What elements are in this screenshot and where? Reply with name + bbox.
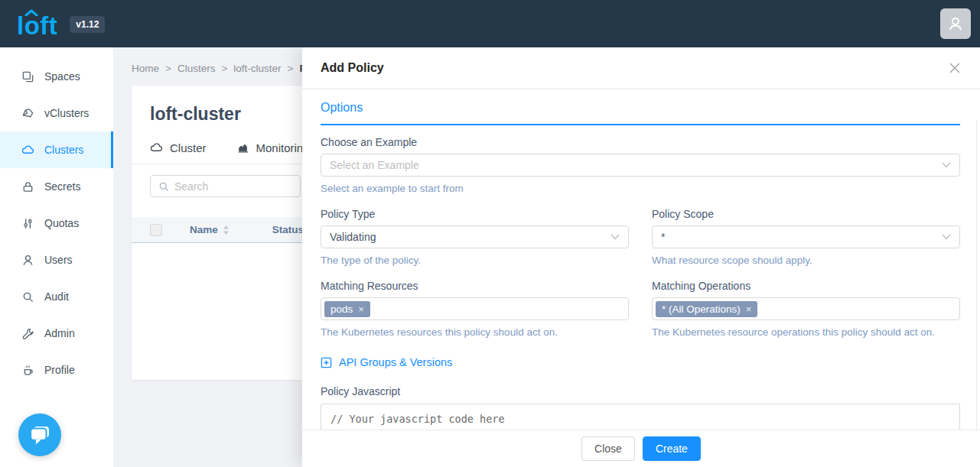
field-help: The type of the policy. bbox=[321, 255, 629, 266]
field-help: What resource scope should apply. bbox=[652, 255, 960, 266]
matching-row: Matching Resources pods × The Kubernetes… bbox=[321, 280, 960, 338]
field-label: Matching Operations bbox=[652, 280, 960, 292]
field-label: Policy Type bbox=[321, 208, 629, 220]
drawer-body: Options Choose an Example Select an Exam… bbox=[302, 89, 980, 430]
app-window: loft v1.12 Spaces vClusters Clusters Sec… bbox=[0, 0, 980, 467]
close-button[interactable]: Close bbox=[581, 436, 635, 461]
field-label: Policy Scope bbox=[652, 208, 960, 220]
field-help: The Kubernetes resources this policy sho… bbox=[321, 326, 629, 338]
search-icon bbox=[158, 181, 169, 192]
sidebar: Spaces vClusters Clusters Secrets Quotas… bbox=[0, 47, 113, 467]
sidebar-item-label: Audit bbox=[44, 290, 69, 303]
breadcrumb-clusters[interactable]: Clusters bbox=[177, 63, 216, 74]
users-icon bbox=[21, 254, 34, 267]
sidebar-item-spaces[interactable]: Spaces bbox=[0, 58, 113, 95]
sidebar-item-label: Clusters bbox=[44, 144, 83, 156]
user-icon bbox=[946, 15, 965, 33]
sidebar-item-label: Quotas bbox=[44, 217, 79, 229]
topbar: loft v1.12 bbox=[0, 0, 980, 47]
breadcrumb-separator: > bbox=[165, 63, 171, 74]
select-value: * bbox=[661, 231, 665, 243]
loft-logo: loft bbox=[17, 10, 57, 38]
breadcrumb-separator: > bbox=[288, 63, 294, 74]
close-icon[interactable] bbox=[945, 58, 965, 78]
field-label: Policy Javascript bbox=[321, 385, 960, 397]
area-chart-icon bbox=[237, 142, 249, 154]
api-groups-label: API Groups & Versions bbox=[339, 356, 452, 368]
quotas-icon bbox=[21, 217, 34, 230]
admin-icon bbox=[21, 327, 34, 340]
drawer-footer: Close Create bbox=[302, 430, 980, 467]
sidebar-item-secrets[interactable]: Secrets bbox=[0, 168, 113, 205]
chevron-down-icon bbox=[942, 162, 951, 168]
select-all-checkbox[interactable] bbox=[150, 224, 162, 236]
spaces-icon bbox=[21, 70, 34, 83]
tab-cluster[interactable]: Cluster bbox=[150, 141, 207, 154]
field-help: Select an example to start from bbox=[321, 183, 960, 194]
tag-label: pods bbox=[330, 303, 353, 315]
vclusters-icon bbox=[21, 107, 34, 120]
matching-operations-input[interactable]: * (All Operations) × bbox=[652, 297, 960, 320]
sidebar-item-admin[interactable]: Admin bbox=[0, 315, 113, 352]
chevron-down-icon bbox=[610, 234, 620, 240]
tab-monitoring[interactable]: Monitoring bbox=[237, 141, 310, 154]
field-matching-operations: Matching Operations * (All Operations) ×… bbox=[652, 280, 960, 338]
tag-all-operations: * (All Operations) × bbox=[656, 301, 757, 317]
sidebar-item-users[interactable]: Users bbox=[0, 242, 113, 278]
logo-roof-icon bbox=[24, 9, 38, 16]
example-select[interactable]: Select an Example bbox=[321, 154, 960, 177]
sidebar-item-quotas[interactable]: Quotas bbox=[0, 205, 113, 242]
field-label: Choose an Example bbox=[321, 136, 960, 148]
secrets-icon bbox=[21, 180, 34, 193]
select-placeholder: Select an Example bbox=[330, 159, 419, 171]
field-policy-scope: Policy Scope * What resource scope shoul… bbox=[652, 208, 960, 266]
policy-javascript-editor[interactable]: // Your javascript code here bbox=[321, 404, 960, 430]
drawer-header: Add Policy bbox=[302, 47, 980, 89]
field-label: Matching Resources bbox=[321, 280, 629, 292]
chevron-down-icon bbox=[942, 234, 951, 240]
options-section-header[interactable]: Options bbox=[321, 101, 960, 125]
matching-resources-input[interactable]: pods × bbox=[321, 297, 629, 320]
sidebar-item-audit[interactable]: Audit bbox=[0, 278, 113, 315]
remove-tag-icon[interactable]: × bbox=[746, 304, 752, 314]
field-choose-example: Choose an Example Select an Example Sele… bbox=[321, 136, 960, 194]
column-header-status: Status bbox=[272, 224, 304, 235]
remove-tag-icon[interactable]: × bbox=[358, 304, 364, 314]
sidebar-item-clusters[interactable]: Clusters bbox=[0, 131, 113, 168]
add-policy-drawer: Add Policy Options Choose an Example Sel… bbox=[302, 47, 980, 467]
field-policy-javascript: Policy Javascript // Your javascript cod… bbox=[321, 385, 960, 430]
tab-label: Cluster bbox=[170, 141, 207, 154]
create-button[interactable]: Create bbox=[643, 436, 701, 461]
sidebar-item-label: Spaces bbox=[44, 70, 80, 83]
drawer-title: Add Policy bbox=[321, 61, 384, 75]
tag-label: * (All Operations) bbox=[662, 303, 741, 315]
version-badge: v1.12 bbox=[70, 16, 105, 33]
plus-square-icon bbox=[321, 357, 332, 368]
breadcrumb-home[interactable]: Home bbox=[132, 63, 159, 74]
search-input[interactable] bbox=[174, 180, 282, 193]
profile-icon bbox=[21, 364, 34, 377]
sidebar-item-profile[interactable]: Profile bbox=[0, 352, 113, 388]
policy-scope-select[interactable]: * bbox=[652, 225, 960, 248]
chat-widget-button[interactable] bbox=[18, 413, 61, 456]
sidebar-item-label: Profile bbox=[44, 364, 75, 376]
tag-pods: pods × bbox=[324, 301, 370, 317]
select-value: Validating bbox=[330, 231, 376, 243]
column-header-name[interactable]: Name bbox=[190, 224, 230, 235]
field-policy-type: Policy Type Validating The type of the p… bbox=[321, 208, 629, 266]
breadcrumb-loft-cluster[interactable]: loft-cluster bbox=[233, 63, 281, 74]
scrollbar-track[interactable] bbox=[976, 120, 977, 430]
cloud-icon bbox=[150, 141, 163, 154]
breadcrumb-separator: > bbox=[221, 63, 227, 74]
audit-icon bbox=[21, 290, 34, 303]
clusters-icon bbox=[21, 144, 34, 157]
column-label: Name bbox=[190, 224, 218, 235]
user-avatar[interactable] bbox=[940, 8, 971, 39]
field-matching-resources: Matching Resources pods × The Kubernetes… bbox=[321, 280, 629, 338]
policy-type-select[interactable]: Validating bbox=[321, 225, 629, 248]
sidebar-item-label: Secrets bbox=[44, 180, 80, 193]
sidebar-item-label: vClusters bbox=[44, 107, 89, 119]
sidebar-item-label: Admin bbox=[44, 327, 75, 339]
sidebar-item-vclusters[interactable]: vClusters bbox=[0, 95, 113, 131]
api-groups-expander[interactable]: API Groups & Versions bbox=[321, 356, 452, 368]
